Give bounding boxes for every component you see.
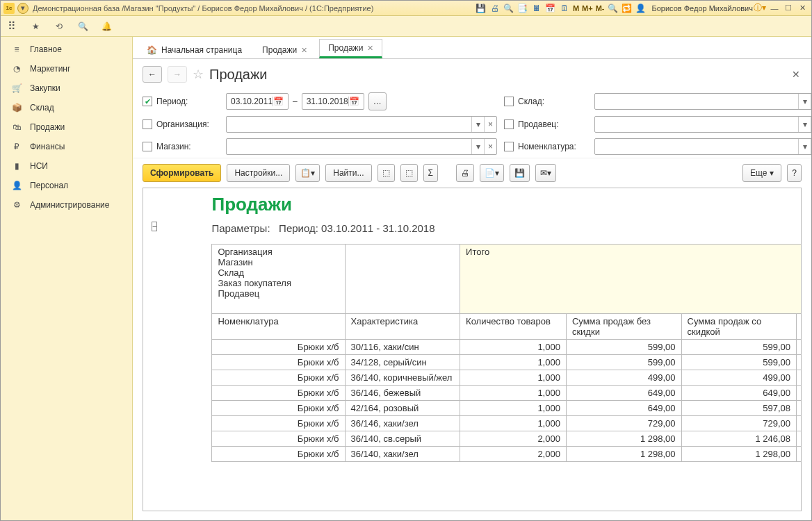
org-checkbox[interactable] [143, 119, 152, 129]
sidebar-item-sales[interactable]: 🛍Продажи [1, 117, 132, 137]
table-row[interactable]: Брюки х/б30/116, хаки/син1,000599,00599,… [212, 340, 802, 355]
search-icon[interactable]: 🔍 [76, 19, 90, 33]
close-tab-icon[interactable]: ✕ [367, 44, 373, 53]
sidebar-item-main[interactable]: ≡Главное [1, 40, 132, 59]
print-button[interactable]: 🖨 [456, 164, 474, 182]
table-row[interactable]: Брюки х/б36/140, св.серый2,0001 298,001 … [212, 431, 802, 447]
nav-back-button[interactable]: ← [143, 66, 162, 83]
info-icon[interactable]: ⓘ▾ [754, 2, 766, 15]
sigma-button[interactable]: Σ [423, 164, 438, 182]
favorite-star-icon[interactable]: ☆ [193, 67, 204, 82]
close-window-button[interactable]: ✕ [796, 3, 809, 14]
history-icon[interactable]: ⟲ [52, 19, 66, 33]
filters-panel: Период: 03.10.2011 📅 – 31.10.2018 📅 … Ск… [133, 90, 811, 158]
preview-icon[interactable]: 🔍 [503, 2, 515, 15]
memory-mminus[interactable]: M- [594, 4, 606, 13]
nomen-combo[interactable]: ▾× [594, 138, 812, 155]
warehouse-combo[interactable]: ▾× [594, 93, 812, 110]
clear-icon[interactable]: × [484, 117, 496, 132]
apps-grid-icon[interactable]: ⠿ [5, 19, 19, 33]
help-button[interactable]: ? [787, 164, 802, 182]
date-to-input[interactable]: 31.10.2018 📅 [302, 93, 364, 110]
calendar-icon[interactable]: 📅 [273, 97, 284, 106]
sidebar-item-warehouse[interactable]: 📦Склад [1, 98, 132, 117]
chevron-down-icon[interactable]: ▾ [471, 117, 484, 132]
clear-icon[interactable]: × [484, 139, 496, 154]
calendar-icon[interactable]: 📅 [348, 97, 359, 106]
variants-button[interactable]: 📋▾ [295, 164, 320, 182]
table-row[interactable]: Брюки х/б36/146, хаки/зел1,000729,00729,… [212, 416, 802, 431]
collapse-toggle[interactable]: − [152, 222, 157, 231]
save-button[interactable]: 💾 [510, 164, 530, 182]
sidebar-item-purchases[interactable]: 🛒Закупки [1, 78, 132, 98]
seller-combo[interactable]: ▾× [594, 116, 812, 133]
favorites-star-icon[interactable]: ★ [29, 19, 42, 33]
org-combo[interactable]: ▾× [226, 116, 497, 133]
chevron-down-icon[interactable]: ▾ [798, 94, 811, 109]
expand-button[interactable]: ⬚ [377, 164, 395, 182]
sidebar-item-admin[interactable]: ⚙Администрирование [1, 195, 132, 215]
table-row[interactable]: Брюки х/б36/140, коричневый/жел1,000499,… [212, 370, 802, 386]
run-report-button[interactable]: Сформировать [143, 164, 221, 182]
tab-sales-2[interactable]: Продажи ✕ [319, 39, 382, 58]
chevron-down-icon[interactable]: ▾ [798, 139, 811, 154]
period-value: 03.10.2011 📅 – 31.10.2018 📅 … [226, 92, 497, 110]
tab-home[interactable]: 🏠 Начальная страница [138, 42, 250, 58]
maximize-button[interactable]: ☐ [782, 3, 795, 14]
org-label[interactable]: Организация: [143, 119, 219, 129]
minimize-button[interactable]: — [768, 3, 781, 14]
memory-mplus[interactable]: M+ [580, 4, 594, 13]
table-row[interactable]: Брюки х/б42/164, розовый1,000649,00597,0… [212, 401, 802, 416]
nomen-label[interactable]: Номенклатура: [504, 142, 587, 151]
save-icon[interactable]: 💾 [475, 2, 487, 15]
app-menu-dropdown[interactable]: ▾ [17, 3, 29, 14]
date-icon[interactable]: 🗓 [558, 2, 571, 15]
date-from-input[interactable]: 03.10.2011 📅 [226, 93, 289, 110]
col-sum-discount: Сумма продаж со скидкой [681, 314, 797, 340]
col-qty: Количество товаров [460, 314, 567, 340]
period-checkbox[interactable] [143, 97, 152, 106]
refresh-icon[interactable]: 🔁 [620, 2, 633, 15]
report-area[interactable]: − Продажи Параметры: Период: 03.10.2011 … [143, 188, 802, 511]
find-button[interactable]: Найти... [325, 164, 371, 182]
seller-label[interactable]: Продавец: [504, 119, 587, 129]
sidebar-item-personnel[interactable]: 👤Персонал [1, 176, 132, 195]
warehouse-checkbox[interactable] [504, 97, 514, 106]
settings-button[interactable]: Настройки... [227, 164, 290, 182]
notifications-bell-icon[interactable]: 🔔 [99, 19, 113, 33]
memory-m[interactable]: M [571, 4, 580, 13]
calendar-icon[interactable]: 📅 [544, 2, 557, 15]
period-more-button[interactable]: … [368, 92, 387, 110]
zoom-icon[interactable]: 🔍 [606, 2, 619, 15]
chevron-down-icon[interactable]: ▾ [471, 139, 484, 154]
table-row[interactable]: Брюки х/б34/128, серый/син1,000599,00599… [212, 355, 802, 370]
chevron-down-icon[interactable]: ▾ [798, 117, 811, 132]
seller-checkbox[interactable] [504, 119, 514, 129]
close-tab-icon[interactable]: ✕ [301, 46, 307, 55]
sidebar-label: Маркетинг [30, 64, 70, 74]
close-page-button[interactable]: ✕ [792, 69, 800, 80]
calc-icon[interactable]: 🖩 [530, 2, 543, 15]
export-button[interactable]: 📄▾ [480, 164, 504, 182]
nav-forward-button[interactable]: → [168, 66, 187, 83]
send-button[interactable]: ✉▾ [535, 164, 556, 182]
more-button[interactable]: Еще ▾ [742, 164, 781, 182]
shop-checkbox[interactable] [143, 142, 152, 151]
period-label[interactable]: Период: [143, 97, 219, 106]
nomen-checkbox[interactable] [504, 142, 514, 151]
col-characteristic: Характеристика [345, 314, 460, 340]
shop-label[interactable]: Магазин: [143, 142, 219, 151]
table-row[interactable]: Брюки х/б36/140, хаки/зел2,0001 298,001 … [212, 447, 802, 462]
table-row[interactable]: Брюки х/б36/146, бежевый1,000649,00649,0… [212, 386, 802, 401]
gear-icon: ⚙ [10, 200, 23, 210]
collapse-button[interactable]: ⬚ [400, 164, 418, 182]
print-icon[interactable]: 🖨 [489, 2, 501, 15]
compare-icon[interactable]: 📑 [517, 2, 529, 15]
titlebar: 1e ▾ Демонстрационная база /Магазин "Про… [1, 1, 811, 16]
sidebar-item-marketing[interactable]: ◔Маркетинг [1, 59, 132, 78]
warehouse-label[interactable]: Склад: [504, 97, 587, 106]
tab-sales-1[interactable]: Продажи ✕ [253, 41, 316, 58]
sidebar-item-nsi[interactable]: ▮НСИ [1, 156, 132, 176]
sidebar-item-finance[interactable]: ₽Финансы [1, 137, 132, 156]
shop-combo[interactable]: ▾× [226, 138, 497, 155]
